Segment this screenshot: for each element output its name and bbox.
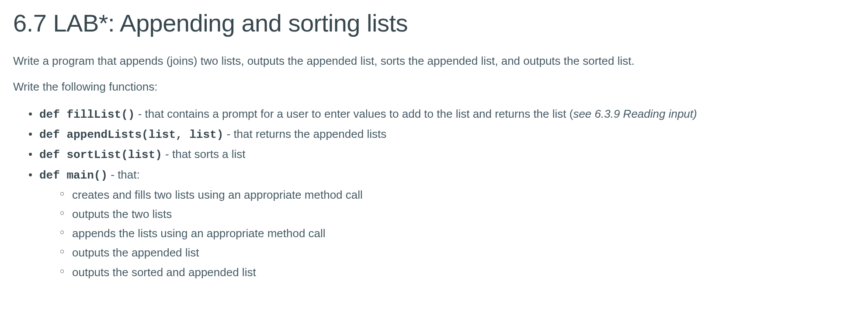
main-step-2: outputs the two lists bbox=[72, 204, 855, 224]
function-item-sortlist: def sortList(list) - that sorts a list bbox=[39, 144, 855, 165]
desc-appendlists: - that returns the appended lists bbox=[223, 127, 386, 140]
desc-main: - that: bbox=[108, 168, 140, 181]
main-step-1: creates and fills two lists using an app… bbox=[72, 185, 855, 204]
main-step-4: outputs the appended list bbox=[72, 243, 855, 262]
desc-filllist-italic: see 6.3.9 Reading input) bbox=[573, 107, 697, 120]
subintro-paragraph: Write the following functions: bbox=[13, 78, 855, 95]
function-list: def fillList() - that contains a prompt … bbox=[13, 104, 855, 282]
code-filllist: def fillList() bbox=[39, 108, 135, 121]
function-item-filllist: def fillList() - that contains a prompt … bbox=[39, 104, 855, 124]
main-step-3: appends the lists using an appropriate m… bbox=[72, 224, 855, 243]
code-sortlist: def sortList(list) bbox=[39, 148, 162, 162]
desc-sortlist: - that sorts a list bbox=[162, 147, 246, 161]
code-main: def main() bbox=[39, 169, 108, 182]
code-appendlists: def appendLists(list, list) bbox=[39, 128, 223, 141]
function-item-appendlists: def appendLists(list, list) - that retur… bbox=[39, 124, 855, 144]
intro-paragraph: Write a program that appends (joins) two… bbox=[13, 53, 855, 70]
function-item-main: def main() - that: creates and fills two… bbox=[39, 165, 855, 282]
main-steps-list: creates and fills two lists using an app… bbox=[39, 185, 855, 282]
page-title: 6.7 LAB*: Appending and sorting lists bbox=[13, 9, 855, 37]
main-step-5: outputs the sorted and appended list bbox=[72, 263, 855, 282]
desc-filllist-prefix: - that contains a prompt for a user to e… bbox=[135, 107, 573, 120]
